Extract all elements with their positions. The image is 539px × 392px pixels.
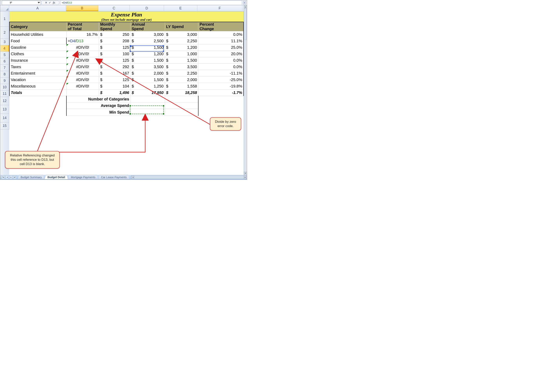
cell-percent-6[interactable]: #DIV/0! [66, 70, 99, 76]
cell-e-0[interactable]: $3,000 [165, 31, 198, 38]
label-val-d-0[interactable] [130, 96, 165, 102]
row-header-15[interactable]: 15 [0, 122, 9, 129]
formula-input[interactable]: =D4/D13 [61, 0, 242, 5]
cell-e-6[interactable]: $2,250 [165, 70, 198, 76]
sheet-tab-budget-summary[interactable]: Budget Summary [18, 175, 45, 179]
label-val-e-0[interactable] [165, 96, 198, 102]
name-box-dropdown-icon[interactable] [38, 2, 40, 3]
cell-e-8[interactable]: $1,558 [165, 83, 198, 90]
cell-c-4[interactable]: $125 [99, 57, 130, 64]
cell-category-2[interactable]: Gasoline [10, 44, 66, 51]
row-header-14[interactable]: 14 [0, 114, 9, 122]
cell-category-6[interactable]: Entertainment [10, 70, 66, 76]
cell-d-7[interactable]: $1,500 [130, 76, 165, 83]
row-header-13[interactable]: 13 [0, 105, 9, 114]
label-1[interactable]: Average Spend [66, 102, 130, 109]
cell-change-7[interactable]: -25.0% [198, 76, 244, 83]
row-header-10[interactable]: 10 [0, 84, 9, 90]
title-cell[interactable]: Expense Plan(Does not include mortgage a… [10, 12, 244, 22]
cell-d-6[interactable]: $2,000 [130, 70, 165, 76]
enter-button[interactable]: ✓ [49, 1, 51, 4]
row-header-4[interactable]: 4 [0, 45, 9, 52]
column-header-b[interactable]: B [66, 5, 98, 11]
sheet-tab-budget-detail[interactable]: Budget Detail [44, 175, 68, 179]
cell-d-5[interactable]: $3,500 [130, 64, 165, 70]
header-a[interactable]: Category [10, 22, 66, 31]
cell-d-2[interactable]: $1,500 [130, 44, 165, 51]
cell-e-7[interactable]: $2,000 [165, 76, 198, 83]
cell-d-1[interactable]: $2,500 [130, 38, 165, 44]
row-header-1[interactable]: 1 [0, 11, 9, 27]
cell-d-8[interactable]: $1,250 [130, 83, 165, 90]
hscroll-right-button[interactable]: ▸ [244, 176, 247, 179]
select-all-corner[interactable] [0, 5, 9, 11]
cell-c-5[interactable]: $292 [99, 64, 130, 70]
row-header-12[interactable]: 12 [0, 97, 9, 105]
label-0[interactable]: Number of Categories [66, 96, 130, 102]
cell-percent-2[interactable]: #DIV/0! [66, 44, 99, 51]
cell-category-7[interactable]: Vacation [10, 76, 66, 83]
cell-percent-7[interactable]: #DIV/0! [66, 76, 99, 83]
cell-change-1[interactable]: 11.1% [198, 38, 244, 44]
cell-category-3[interactable]: Clothes [10, 51, 66, 57]
totals-label[interactable]: Totals [10, 90, 66, 96]
scroll-up-button[interactable]: ▴ [244, 5, 247, 8]
totals-f[interactable]: -1.7% [198, 90, 244, 96]
cell-change-4[interactable]: 0.0% [198, 57, 244, 64]
name-box[interactable]: IF [2, 0, 41, 5]
header-f[interactable]: PercentChange [198, 22, 244, 31]
row-header-2[interactable]: 2 [0, 27, 9, 39]
column-header-f[interactable]: F [197, 5, 242, 11]
blank-a-2[interactable] [10, 109, 66, 116]
cell-category-5[interactable]: Taxes [10, 64, 66, 70]
blank-a-0[interactable] [10, 96, 66, 102]
row-header-8[interactable]: 8 [0, 71, 9, 78]
row-header-7[interactable]: 7 [0, 65, 9, 71]
column-header-d[interactable]: D [130, 5, 164, 11]
blank-f-0[interactable] [198, 96, 244, 102]
blank-a-1[interactable] [10, 102, 66, 109]
sheet-tab-mortgage-payments[interactable]: Mortgage Payments [68, 175, 98, 179]
cell-e-2[interactable]: $1,200 [165, 44, 198, 51]
cell-change-5[interactable]: 0.0% [198, 64, 244, 70]
label-val-e-2[interactable] [165, 109, 198, 116]
blank-f-1[interactable] [198, 102, 244, 109]
label-val-d-2[interactable] [130, 109, 165, 116]
cell-change-3[interactable]: 20.0% [198, 51, 244, 57]
totals-c[interactable]: $1,496 [99, 90, 130, 96]
row-header-9[interactable]: 9 [0, 78, 9, 84]
header-c[interactable]: MonthlySpend [99, 22, 130, 31]
tab-nav-last[interactable]: ▸I [13, 175, 17, 179]
sheet-tab-car-lease-payments[interactable]: Car Lease Payments [98, 175, 130, 179]
cell-e-3[interactable]: $1,000 [165, 51, 198, 57]
tab-nav-next[interactable]: ▸ [9, 175, 13, 179]
cell-change-0[interactable]: 0.0% [198, 31, 244, 38]
cell-percent-4[interactable]: #DIV/0! [66, 57, 99, 64]
cell-category-4[interactable]: Insurance [10, 57, 66, 64]
vertical-scrollbar[interactable]: ▴ ▾ [244, 5, 247, 175]
header-e[interactable]: LY Spend [165, 22, 198, 31]
cell-c-7[interactable]: $125 [99, 76, 130, 83]
cell-d-4[interactable]: $1,500 [130, 57, 165, 64]
grid-area[interactable]: Expense Plan(Does not include mortgage a… [9, 11, 244, 175]
cell-c-3[interactable]: $100 [99, 51, 130, 57]
cell-d-3[interactable]: $1,200 [130, 51, 165, 57]
cancel-button[interactable]: ✕ [45, 1, 47, 4]
cell-e-4[interactable]: $1,500 [165, 57, 198, 64]
tab-nav-first[interactable]: I◂ [1, 175, 5, 179]
cell-c-1[interactable]: $208 [99, 38, 130, 44]
cell-c-6[interactable]: $167 [99, 70, 130, 76]
cell-e-5[interactable]: $3,500 [165, 64, 198, 70]
column-header-a[interactable]: A [9, 5, 66, 11]
cell-e-1[interactable]: $2,250 [165, 38, 198, 44]
blank-f-2[interactable] [198, 109, 244, 116]
cell-category-8[interactable]: Miscellaneous [10, 83, 66, 90]
header-b[interactable]: Percentof Total [66, 22, 99, 31]
cell-c-2[interactable]: $125 [99, 44, 130, 51]
hscroll-left-button[interactable]: ◂ [131, 176, 135, 179]
scroll-down-button[interactable]: ▾ [244, 172, 247, 175]
cell-d-0[interactable]: $3,000 [130, 31, 165, 38]
row-header-3[interactable]: 3 [0, 39, 9, 45]
row-header-6[interactable]: 6 [0, 58, 9, 65]
row-header-5[interactable]: 5 [0, 52, 9, 58]
